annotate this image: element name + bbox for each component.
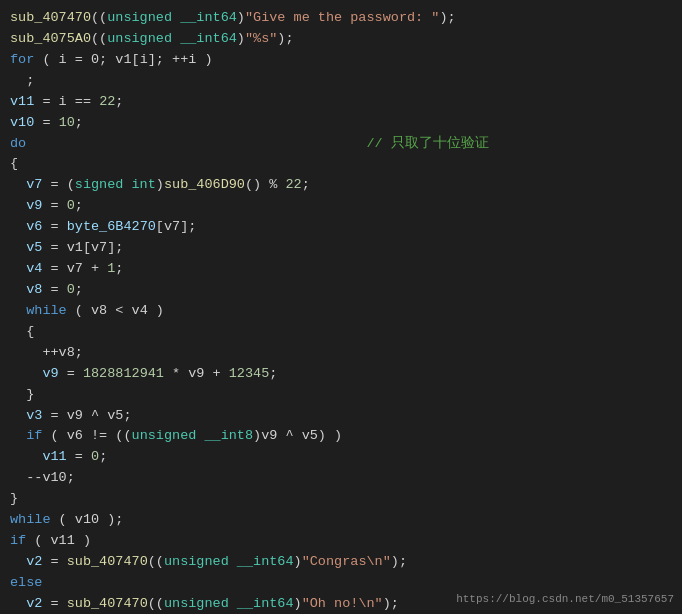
code-token: ( v10 );: [51, 512, 124, 527]
code-token: );: [439, 10, 455, 25]
code-token: = v1[v7];: [42, 240, 123, 255]
code-line: }: [10, 385, 672, 406]
code-token: = i ==: [34, 94, 99, 109]
code-token: )v9 ^ v5) ): [253, 428, 342, 443]
code-token: ;: [10, 73, 34, 88]
code-token: =: [67, 449, 91, 464]
code-token: =: [42, 282, 66, 297]
code-line: do // 只取了十位验证: [10, 134, 672, 155]
code-token: ;: [75, 282, 83, 297]
code-line: v11 = i == 22;: [10, 92, 672, 113]
code-token: --v10;: [10, 470, 75, 485]
code-line: for ( i = 0; v1[i]; ++i ): [10, 50, 672, 71]
code-line: sub_407470((unsigned __int64)"Give me th…: [10, 8, 672, 29]
code-token: v5: [10, 240, 42, 255]
code-token: 22: [99, 94, 115, 109]
code-token: ;: [115, 261, 123, 276]
code-token: if: [10, 533, 26, 548]
code-line: v2 = sub_407470((unsigned __int64)"Congr…: [10, 552, 672, 573]
code-token: [10, 428, 26, 443]
code-token: unsigned __int64: [107, 31, 237, 46]
code-token: );: [277, 31, 293, 46]
code-token: 0: [91, 449, 99, 464]
code-token: 0: [67, 198, 75, 213]
code-token: [v7];: [156, 219, 197, 234]
code-token: = (: [42, 177, 74, 192]
code-token: );: [383, 596, 399, 611]
code-line: v8 = 0;: [10, 280, 672, 301]
code-token: ((: [91, 10, 107, 25]
code-token: [26, 136, 366, 151]
code-token: if: [26, 428, 42, 443]
code-token: ): [237, 31, 245, 46]
code-token: v9: [10, 366, 59, 381]
code-token: ((: [148, 554, 164, 569]
code-token: "Congras\n": [302, 554, 391, 569]
code-line: ;: [10, 71, 672, 92]
code-line: v10 = 10;: [10, 113, 672, 134]
code-token: "Give me the password: ": [245, 10, 439, 25]
code-token: v2: [10, 596, 42, 611]
code-token: ): [294, 596, 302, 611]
code-line: --v10;: [10, 468, 672, 489]
code-token: =: [59, 366, 83, 381]
code-line: v6 = byte_6B4270[v7];: [10, 217, 672, 238]
code-token: v7: [10, 177, 42, 192]
code-token: ((: [91, 31, 107, 46]
code-token: ( v8 < v4 ): [67, 303, 164, 318]
code-token: sub_407470: [10, 10, 91, 25]
code-line: ++v8;: [10, 343, 672, 364]
code-line: v9 = 1828812941 * v9 + 12345;: [10, 364, 672, 385]
code-token: "%s": [245, 31, 277, 46]
code-line: v7 = (signed int)sub_406D90() % 22;: [10, 175, 672, 196]
code-token: ;: [75, 198, 83, 213]
code-token: =: [42, 596, 66, 611]
code-token: ): [156, 177, 164, 192]
code-token: =: [42, 219, 66, 234]
code-token: v4: [10, 261, 42, 276]
code-token: ;: [302, 177, 310, 192]
code-token: v6: [10, 219, 42, 234]
code-token: 0: [67, 282, 75, 297]
code-token: unsigned __int64: [164, 596, 294, 611]
code-token: ;: [75, 115, 83, 130]
code-token: v11: [10, 94, 34, 109]
code-token: unsigned __int64: [164, 554, 294, 569]
code-token: v8: [10, 282, 42, 297]
code-token: v9: [10, 198, 42, 213]
code-token: ( v6 != ((: [42, 428, 131, 443]
code-token: 10: [59, 115, 75, 130]
code-token: ): [294, 554, 302, 569]
code-token: = v9 ^ v5;: [42, 408, 131, 423]
code-token: ;: [269, 366, 277, 381]
code-token: byte_6B4270: [67, 219, 156, 234]
code-token: else: [10, 575, 42, 590]
code-token: ;: [115, 94, 123, 109]
code-token: while: [26, 303, 67, 318]
code-token: {: [10, 324, 34, 339]
code-token: sub_407470: [67, 554, 148, 569]
url-bar: https://blog.csdn.net/m0_51357657: [456, 591, 674, 608]
code-token: ;: [99, 449, 107, 464]
code-token: ( v11 ): [26, 533, 91, 548]
code-token: v3: [10, 408, 42, 423]
code-token: =: [42, 554, 66, 569]
code-token: }: [10, 491, 18, 506]
code-line: {: [10, 154, 672, 175]
code-token: unsigned __int64: [107, 10, 237, 25]
code-line: while ( v10 );: [10, 510, 672, 531]
code-token: signed int: [75, 177, 156, 192]
code-token: for: [10, 52, 34, 67]
code-line: {: [10, 322, 672, 343]
code-line: sub_4075A0((unsigned __int64)"%s");: [10, 29, 672, 50]
code-token: {: [10, 156, 18, 171]
code-token: do: [10, 136, 26, 151]
code-token: 12345: [229, 366, 270, 381]
code-token: ++v8;: [10, 345, 83, 360]
code-token: sub_4075A0: [10, 31, 91, 46]
code-line: v4 = v7 + 1;: [10, 259, 672, 280]
code-line: v3 = v9 ^ v5;: [10, 406, 672, 427]
code-line: }: [10, 489, 672, 510]
code-token: );: [391, 554, 407, 569]
code-token: [10, 303, 26, 318]
